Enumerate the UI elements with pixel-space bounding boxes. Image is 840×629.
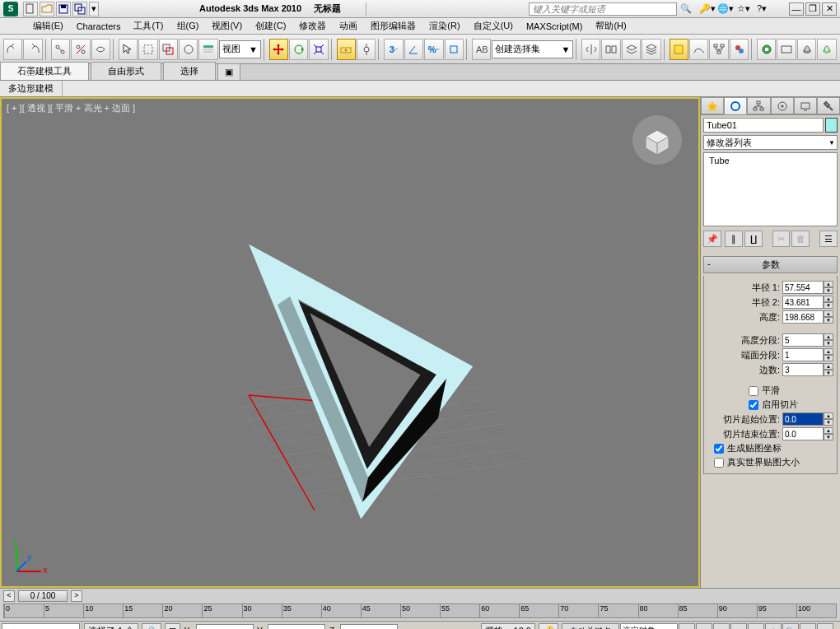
z-input[interactable] bbox=[340, 624, 398, 629]
percent-snap-icon[interactable]: %⌐ bbox=[424, 39, 443, 60]
bind-spacewarp-icon[interactable] bbox=[91, 39, 110, 60]
search-input[interactable] bbox=[529, 2, 677, 16]
menu-characters[interactable]: Characters bbox=[70, 20, 128, 33]
app-icon[interactable]: S bbox=[3, 2, 18, 16]
remove-modifier-icon[interactable]: ✂ bbox=[772, 231, 791, 247]
render-setup-icon[interactable] bbox=[757, 39, 776, 60]
hsegs-down[interactable]: ▼ bbox=[824, 340, 833, 347]
qat-more-icon[interactable]: ▾ bbox=[89, 2, 99, 16]
maximize-button[interactable]: ❐ bbox=[805, 2, 820, 16]
select-link-icon[interactable] bbox=[51, 39, 70, 60]
configure-sets-icon[interactable]: 🗑 bbox=[791, 231, 810, 247]
binoculars-icon[interactable]: 🔍 bbox=[678, 2, 694, 16]
panel-tab-motion-icon[interactable] bbox=[771, 97, 794, 114]
menu-grapheditors[interactable]: 图形编辑器 bbox=[364, 18, 422, 34]
hsegs-input[interactable] bbox=[782, 333, 824, 347]
autokey-button[interactable]: 自动关键点 bbox=[562, 623, 619, 629]
csegs-down[interactable]: ▼ bbox=[824, 355, 833, 361]
graphite-icon[interactable] bbox=[670, 39, 688, 60]
height-up[interactable]: ▲ bbox=[824, 310, 833, 317]
slice-to-up[interactable]: ▲ bbox=[824, 427, 833, 434]
menu-tools[interactable]: 工具(T) bbox=[127, 18, 170, 34]
align-icon[interactable] bbox=[601, 39, 620, 60]
radius1-down[interactable]: ▼ bbox=[824, 287, 833, 294]
viewport[interactable]: [ + ][ 透视 ][ 平滑 + 高光 + 边面 ] bbox=[0, 97, 700, 588]
viewport-fov-icon[interactable]: ⬚ bbox=[800, 623, 816, 629]
named-select-icon[interactable]: ABC bbox=[472, 39, 491, 60]
viewport-pan-icon[interactable]: ✥ bbox=[765, 623, 782, 629]
qat-new-icon[interactable] bbox=[23, 2, 38, 16]
schematic-icon[interactable] bbox=[709, 39, 728, 60]
star-icon[interactable]: ☆▾ bbox=[735, 2, 752, 16]
hsegs-up[interactable]: ▲ bbox=[824, 333, 833, 340]
make-unique-icon[interactable]: ∐ bbox=[744, 231, 763, 247]
viewport-label[interactable]: [ + ][ 透视 ][ 平滑 + 高光 + 边面 ] bbox=[7, 102, 135, 114]
material-editor-icon[interactable] bbox=[730, 39, 749, 60]
help-icon[interactable]: ?▾ bbox=[754, 2, 770, 16]
sides-down[interactable]: ▼ bbox=[824, 370, 833, 376]
manipulate-icon[interactable] bbox=[357, 39, 376, 60]
undo-icon[interactable] bbox=[3, 39, 22, 60]
object-color-swatch[interactable] bbox=[825, 118, 838, 133]
play-start-icon[interactable]: ⏮ bbox=[679, 623, 695, 629]
slice-from-input[interactable] bbox=[782, 412, 824, 426]
panel-tab-display-icon[interactable] bbox=[794, 97, 817, 114]
slice-from-up[interactable]: ▲ bbox=[824, 412, 833, 419]
play-next-icon[interactable]: ▶ bbox=[730, 623, 747, 629]
lock-selection-icon[interactable]: 🔒 bbox=[142, 623, 161, 629]
height-down[interactable]: ▼ bbox=[824, 317, 833, 324]
ribbon-tab-freeform[interactable]: 自由形式 bbox=[91, 62, 161, 80]
select-scale-icon[interactable] bbox=[309, 39, 328, 60]
radius2-up[interactable]: ▲ bbox=[824, 296, 833, 302]
panel-tab-modify-icon[interactable] bbox=[724, 97, 747, 114]
qat-save-icon[interactable] bbox=[56, 2, 71, 16]
render-frame-icon[interactable] bbox=[777, 39, 796, 60]
select-by-name-icon[interactable] bbox=[198, 39, 217, 60]
menu-maxscript[interactable]: MAXScript(M) bbox=[520, 20, 589, 33]
y-input[interactable] bbox=[268, 624, 325, 629]
quick-render-icon[interactable] bbox=[817, 39, 836, 60]
selection-set-dropdown[interactable]: 创建选择集▼ bbox=[492, 40, 573, 58]
configure-modifier-icon[interactable]: ☰ bbox=[819, 231, 838, 247]
viewport-zoomext-icon[interactable]: ⊡ bbox=[817, 623, 833, 629]
select-move-icon[interactable] bbox=[269, 39, 288, 60]
play-icon[interactable]: ▶ bbox=[713, 623, 730, 629]
timeline-prev-icon[interactable]: < bbox=[3, 590, 15, 602]
slice-from-down[interactable]: ▼ bbox=[824, 419, 833, 426]
isolate-icon[interactable]: ⊡ bbox=[165, 623, 180, 629]
spinner-snap-icon[interactable] bbox=[445, 39, 464, 60]
x-input[interactable] bbox=[196, 624, 254, 629]
stack-item-tube[interactable]: Tube bbox=[706, 155, 835, 166]
select-window-icon[interactable] bbox=[159, 39, 178, 60]
rollout-parameters[interactable]: 参数 bbox=[703, 256, 838, 273]
menu-animation[interactable]: 动画 bbox=[333, 18, 364, 34]
slice-to-input[interactable] bbox=[782, 427, 824, 440]
modifier-stack[interactable]: Tube bbox=[703, 152, 838, 226]
menu-modifiers[interactable]: 修改器 bbox=[292, 18, 333, 34]
menu-customize[interactable]: 自定义(U) bbox=[467, 18, 520, 34]
play-end-icon[interactable]: ⏭ bbox=[748, 623, 764, 629]
smooth-checkbox[interactable] bbox=[749, 386, 758, 396]
layers-icon[interactable] bbox=[622, 39, 641, 60]
snap-3d-icon[interactable]: 3⌐ bbox=[384, 39, 403, 60]
pin-stack-icon[interactable]: 📌 bbox=[703, 231, 721, 247]
play-prev-icon[interactable]: ◀ bbox=[696, 623, 712, 629]
viewport-zoom-icon[interactable]: 🔍 bbox=[782, 623, 799, 629]
menu-views[interactable]: 视图(V) bbox=[205, 18, 249, 34]
timetag-icon[interactable]: 🔑 bbox=[539, 623, 558, 629]
curve-editor-icon[interactable] bbox=[689, 39, 708, 60]
key-icon[interactable]: 🔑▾ bbox=[699, 2, 716, 16]
key-target-dropdown[interactable] bbox=[620, 623, 678, 629]
selection-filter-icon[interactable] bbox=[179, 39, 198, 60]
menu-rendering[interactable]: 渲染(R) bbox=[422, 18, 466, 34]
menu-group[interactable]: 组(G) bbox=[170, 18, 206, 34]
ribbon-tab-selection[interactable]: 选择 bbox=[163, 62, 216, 80]
radius1-input[interactable] bbox=[782, 281, 824, 294]
realworld-checkbox[interactable] bbox=[714, 458, 724, 468]
sides-input[interactable] bbox=[782, 363, 824, 376]
panel-tab-utilities-icon[interactable] bbox=[817, 97, 840, 114]
modifier-list-dropdown[interactable]: 修改器列表 bbox=[703, 135, 838, 150]
qat-saveas-icon[interactable] bbox=[72, 2, 87, 16]
height-input[interactable] bbox=[782, 310, 824, 324]
reference-coord-dropdown[interactable]: 视图▼ bbox=[219, 40, 261, 58]
